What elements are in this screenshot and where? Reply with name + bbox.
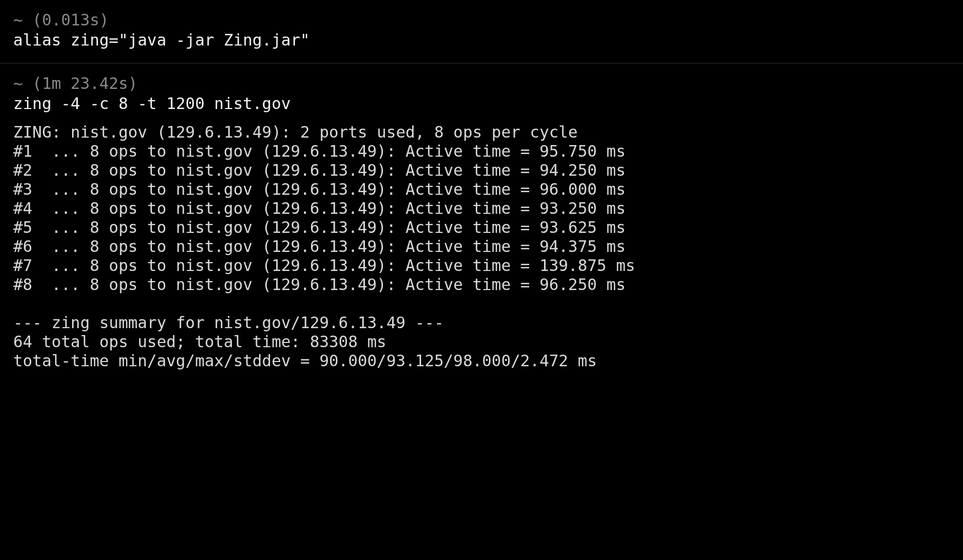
output-line-3: #3 ... 8 ops to nist.gov (129.6.13.49): … [13,180,950,199]
terminal-block-1: ~ (0.013s) alias zing="java -jar Zing.ja… [0,0,963,64]
command-2[interactable]: zing -4 -c 8 -t 1200 nist.gov [13,94,950,113]
output-header: ZING: nist.gov (129.6.13.49): 2 ports us… [13,123,950,142]
output-line-5: #5 ... 8 ops to nist.gov (129.6.13.49): … [13,218,950,237]
summary-line-3: total-time min/avg/max/stddev = 90.000/9… [13,351,950,371]
output-line-6: #6 ... 8 ops to nist.gov (129.6.13.49): … [13,237,950,256]
blank-line [13,294,950,313]
output-line-2: #2 ... 8 ops to nist.gov (129.6.13.49): … [13,161,950,180]
prompt-meta-1: ~ (0.013s) [13,11,950,30]
summary-line-1: --- zing summary for nist.gov/129.6.13.4… [13,313,950,332]
terminal-block-2: ~ (1m 23.42s) zing -4 -c 8 -t 1200 nist.… [0,64,963,384]
command-output: ZING: nist.gov (129.6.13.49): 2 ports us… [13,123,950,371]
output-line-1: #1 ... 8 ops to nist.gov (129.6.13.49): … [13,142,950,161]
output-line-8: #8 ... 8 ops to nist.gov (129.6.13.49): … [13,275,950,294]
command-1[interactable]: alias zing="java -jar Zing.jar" [13,31,950,50]
prompt-meta-2: ~ (1m 23.42s) [13,74,950,93]
output-line-4: #4 ... 8 ops to nist.gov (129.6.13.49): … [13,199,950,218]
output-line-7: #7 ... 8 ops to nist.gov (129.6.13.49): … [13,256,950,275]
summary-line-2: 64 total ops used; total time: 83308 ms [13,332,950,351]
